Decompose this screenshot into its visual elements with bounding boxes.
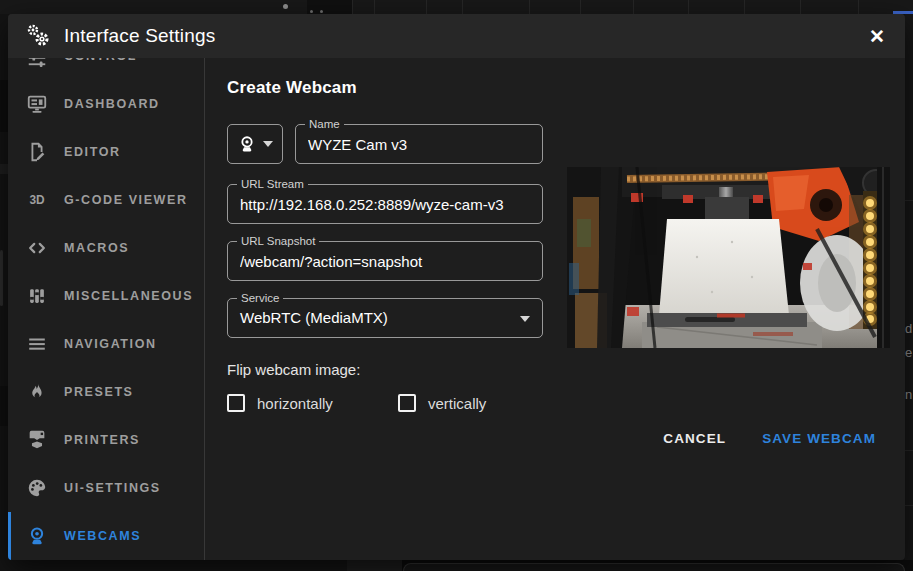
sidebar-item-webcams[interactable]: WEBCAMS: [8, 512, 204, 560]
chevron-down-icon: [520, 316, 530, 322]
webcam-icon: [25, 524, 49, 548]
background-divider: [744, 0, 745, 14]
sidebar-item-label: CONTROL: [64, 58, 137, 63]
fire-icon: [25, 380, 49, 404]
background-divider: [462, 0, 463, 14]
background-block: [0, 560, 347, 571]
checkbox-label: horizontally: [257, 395, 333, 412]
service-field-label: Service: [237, 291, 283, 306]
background-page-right-edge: d e n: [905, 14, 913, 560]
background-divider: [352, 0, 353, 14]
sidebar-item-label: NAVIGATION: [64, 337, 157, 351]
sidebar-item-label: UI-SETTINGS: [64, 481, 161, 495]
dialog-body: CONTROL DASHBOARD: [8, 58, 905, 560]
printer-icon: [25, 428, 49, 452]
switches-icon: [25, 284, 49, 308]
background-dot: [310, 10, 313, 13]
sidebar-item-printers[interactable]: PRINTERS: [8, 416, 204, 464]
clipped-text: e: [905, 346, 912, 359]
background-divider: [905, 450, 913, 451]
webcam-type-icon: [237, 134, 257, 154]
flip-webcam-label: Flip webcam image:: [227, 361, 543, 378]
code-tags-icon: [25, 236, 49, 260]
sidebar-item-gcode-viewer[interactable]: 3D G-CODE VIEWER: [8, 176, 204, 224]
sidebar-item-macros[interactable]: MACROS: [8, 224, 204, 272]
background-divider: [688, 0, 689, 14]
create-webcam-form: Name URL Stream URL Snapshot Service Web…: [227, 124, 543, 412]
webcam-settings-panel: Create Webcam Name: [205, 58, 905, 560]
name-field: Name: [295, 124, 543, 164]
save-webcam-button[interactable]: SAVE WEBCAM: [748, 420, 890, 456]
background-divider: [529, 0, 530, 14]
background-block: [0, 80, 8, 132]
sidebar-item-label: MACROS: [64, 241, 129, 255]
dashboard-icon: [25, 92, 49, 116]
cancel-button[interactable]: CANCEL: [649, 420, 740, 456]
background-divider: [580, 0, 581, 14]
dialog-title: Interface Settings: [64, 25, 867, 47]
sidebar-item-label: WEBCAMS: [64, 529, 141, 543]
checkbox-vertically[interactable]: [398, 394, 416, 412]
dialog-actions: CANCEL SAVE WEBCAM: [649, 420, 890, 456]
background-block: [0, 386, 8, 426]
sidebar-item-label: DASHBOARD: [64, 97, 160, 111]
interface-settings-dialog: Interface Settings ✕ CONTROL: [8, 14, 905, 560]
background-page-left-edge: [0, 14, 8, 560]
clipped-text: n: [905, 388, 912, 401]
clipped-text: d: [905, 322, 912, 335]
file-edit-icon: [25, 140, 49, 164]
checkbox-label: vertically: [428, 395, 486, 412]
background-panel-edge: [403, 563, 905, 571]
url-stream-field: URL Stream: [227, 184, 543, 224]
sidebar-item-label: PRESETS: [64, 385, 134, 399]
close-icon[interactable]: ✕: [867, 25, 887, 48]
url-snapshot-field: URL Snapshot: [227, 241, 543, 281]
url-snapshot-field-label: URL Snapshot: [237, 234, 319, 249]
settings-sidebar: CONTROL DASHBOARD: [8, 58, 205, 560]
flip-horizontal-option: horizontally: [227, 394, 398, 412]
sidebar-item-dashboard[interactable]: DASHBOARD: [8, 80, 204, 128]
background-divider: [800, 0, 801, 14]
flip-options-row: horizontally vertically: [227, 394, 543, 412]
page-title: Create Webcam: [227, 78, 357, 98]
dialog-header: Interface Settings ✕: [8, 14, 905, 58]
background-divider: [905, 200, 913, 201]
menu-icon: [25, 332, 49, 356]
background-divider: [905, 505, 913, 506]
background-block: [0, 164, 8, 174]
sidebar-nav-list: CONTROL DASHBOARD: [8, 58, 204, 560]
webcam-preview-image: [567, 167, 890, 348]
webcam-type-dropdown[interactable]: [227, 124, 283, 164]
sidebar-item-presets[interactable]: PRESETS: [8, 368, 204, 416]
name-field-label: Name: [305, 117, 344, 132]
url-stream-field-label: URL Stream: [237, 177, 308, 192]
background-scrollbar-fragment: [0, 250, 3, 306]
background-block: [347, 560, 402, 571]
palette-icon: [25, 476, 49, 500]
chevron-down-icon: [263, 141, 273, 147]
sidebar-item-label: G-CODE VIEWER: [64, 193, 188, 207]
background-dot: [320, 10, 323, 13]
flip-vertical-option: vertically: [398, 394, 486, 412]
sidebar-item-editor[interactable]: EDITOR: [8, 128, 204, 176]
service-select[interactable]: Service WebRTC (MediaMTX): [227, 298, 543, 338]
background-divider: [633, 0, 634, 14]
sidebar-item-navigation[interactable]: NAVIGATION: [8, 320, 204, 368]
background-page-bottom-edge: [0, 560, 913, 571]
cogs-icon: [24, 23, 54, 49]
background-divider: [374, 0, 375, 14]
sidebar-item-label: PRINTERS: [64, 433, 140, 447]
sidebar-item-ui-settings[interactable]: UI-SETTINGS: [8, 464, 204, 512]
3d-icon: 3D: [25, 188, 49, 212]
svg-text:3D: 3D: [29, 193, 45, 207]
background-page-top-edge: [0, 0, 913, 14]
sidebar-item-label: EDITOR: [64, 145, 121, 159]
sidebar-item-miscellaneous[interactable]: MISCELLANEOUS: [8, 272, 204, 320]
background-divider: [858, 0, 859, 14]
checkbox-horizontally[interactable]: [227, 394, 245, 412]
sidebar-item-label: MISCELLANEOUS: [64, 289, 193, 303]
background-dot: [283, 4, 288, 9]
sidebar-item-control[interactable]: CONTROL: [8, 58, 204, 80]
background-cell: [307, 0, 353, 14]
background-divider: [426, 0, 427, 14]
